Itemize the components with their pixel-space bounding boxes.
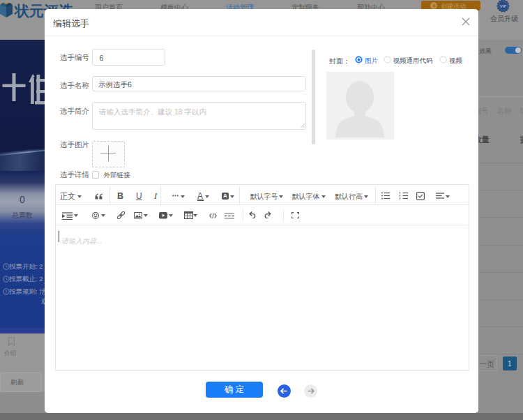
svg-text:VIP: VIP <box>500 4 507 8</box>
